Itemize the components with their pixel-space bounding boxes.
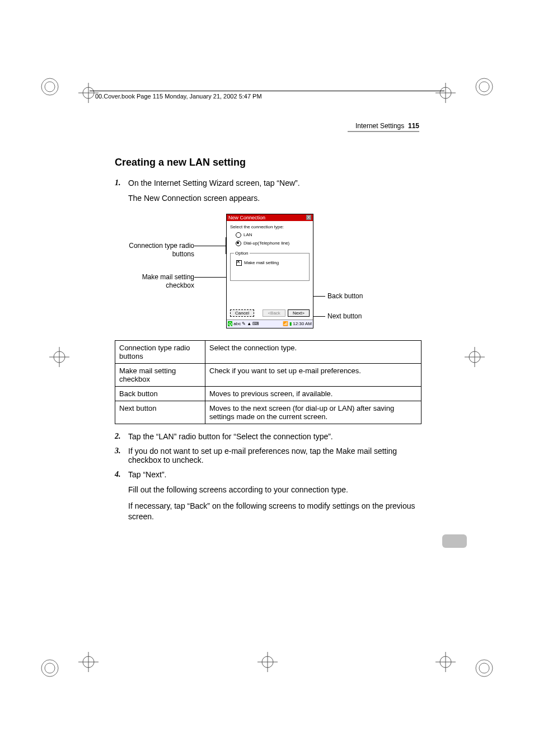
home-icon[interactable]: Q <box>228 321 232 326</box>
battery-icon: ▮ <box>289 321 292 326</box>
cell-desc: Moves to the next screen (for dial-up or… <box>205 401 421 424</box>
option-fieldset: Option Make mail setting <box>230 251 310 281</box>
pda-titlebar: New Connection X <box>227 214 313 221</box>
radio-lan-row[interactable]: LAN <box>236 232 310 238</box>
svg-point-7 <box>479 663 489 673</box>
thumb-tab <box>442 534 467 548</box>
table-row: Connection type radio buttons Select the… <box>115 340 421 363</box>
callout-connection-type: Connection type radio buttons <box>128 242 194 259</box>
page-content: Creating a new LAN setting 1. On the Int… <box>115 157 421 528</box>
step-4-number: 4. <box>115 470 121 479</box>
step-1-text: On the Internet Setting Wizard screen, t… <box>128 179 300 187</box>
svg-point-4 <box>41 660 58 677</box>
step-4-subtext-1: Fill out the following screens according… <box>128 485 421 495</box>
radio-lan[interactable] <box>236 232 241 238</box>
svg-point-0 <box>41 78 58 95</box>
back-button[interactable]: <Back <box>263 309 285 317</box>
pda-title: New Connection <box>228 215 265 220</box>
svg-point-3 <box>479 82 489 92</box>
table-row: Next button Moves to the next screen (fo… <box>115 401 421 424</box>
step-2-number: 2. <box>115 432 121 441</box>
description-table: Connection type radio buttons Select the… <box>115 340 421 424</box>
cell-label: Make mail setting checkbox <box>115 363 205 386</box>
cell-desc: Moves to previous screen, if available. <box>205 386 421 401</box>
checkbox-make-mail-label: Make mail setting <box>244 260 279 265</box>
svg-point-1 <box>45 82 55 92</box>
signal-icon: 📶 <box>283 321 288 326</box>
radio-dialup[interactable] <box>236 241 241 246</box>
radio-dialup-label: Dial-up(Telephone line) <box>243 241 289 246</box>
step-1-subtext: The New Connection screen appears. <box>128 193 421 204</box>
steps-list: 1. On the Internet Setting Wizard screen… <box>115 179 421 187</box>
step-4-subtext-2: If necessary, tap “Back” on the followin… <box>128 501 421 522</box>
step-4: 4. Tap “Next”. <box>115 470 421 479</box>
status-time: 12:30 AM <box>293 321 312 326</box>
keyboard-icon[interactable]: ⌨ <box>252 321 259 326</box>
make-mail-row[interactable]: Make mail setting <box>236 260 306 266</box>
running-head-page: 115 <box>408 122 419 130</box>
cell-desc: Check if you want to set up e-mail prefe… <box>205 363 421 386</box>
pda-statusbar: Q abc ✎ ▲ ⌨ 📶 ▮ 12:30 AM <box>227 320 313 328</box>
radio-dialup-row[interactable]: Dial-up(Telephone line) <box>236 241 310 246</box>
step-2-text: Tap the “LAN” radio button for “Select t… <box>128 432 333 441</box>
pda-prompt: Select the connection type: <box>230 224 310 229</box>
table-row: Make mail setting checkbox Check if you … <box>115 363 421 386</box>
svg-point-6 <box>476 660 493 677</box>
cancel-button[interactable]: Cancel <box>230 309 254 317</box>
step-4-text: Tap “Next”. <box>128 470 166 479</box>
table-row: Back button Moves to previous screen, if… <box>115 386 421 401</box>
step-3: 3. If you do not want to set up e-mail p… <box>115 447 421 464</box>
step-1: 1. On the Internet Setting Wizard screen… <box>115 179 421 187</box>
checkbox-make-mail[interactable] <box>236 260 242 266</box>
cell-label: Next button <box>115 401 205 424</box>
print-header: 00.Cover.book Page 115 Monday, January 2… <box>95 93 262 100</box>
running-head-rule <box>348 131 419 132</box>
step-3-text: If you do not want to set up e-mail pref… <box>128 447 397 464</box>
steps-list-2: 2. Tap the “LAN” radio button for “Selec… <box>115 432 421 479</box>
svg-point-5 <box>45 663 55 673</box>
callout-next-button: Next button <box>327 312 362 321</box>
next-button[interactable]: Next> <box>288 309 310 317</box>
pda-screenshot: New Connection X Select the connection t… <box>226 214 313 328</box>
svg-point-2 <box>476 78 493 95</box>
up-icon[interactable]: ▲ <box>247 321 251 326</box>
running-head-section: Internet Settings <box>355 122 404 130</box>
print-header-rule <box>90 91 444 91</box>
step-1-number: 1. <box>115 179 121 187</box>
close-icon[interactable]: X <box>306 215 311 220</box>
cell-label: Connection type radio buttons <box>115 340 205 363</box>
page-title: Creating a new LAN setting <box>115 157 421 168</box>
callout-make-mail: Make mail setting checkbox <box>128 273 194 290</box>
callout-back-button: Back button <box>327 292 363 301</box>
cell-desc: Select the connection type. <box>205 340 421 363</box>
pen-icon[interactable]: ✎ <box>242 321 246 326</box>
step-3-number: 3. <box>115 447 121 456</box>
radio-lan-label: LAN <box>243 232 252 237</box>
cell-label: Back button <box>115 386 205 401</box>
status-abc: abc <box>233 321 241 326</box>
running-head: Internet Settings 115 <box>355 122 419 130</box>
figure-new-connection: Connection type radio buttons Make mail … <box>128 214 421 330</box>
option-legend: Option <box>234 251 250 256</box>
step-2: 2. Tap the “LAN” radio button for “Selec… <box>115 432 421 441</box>
